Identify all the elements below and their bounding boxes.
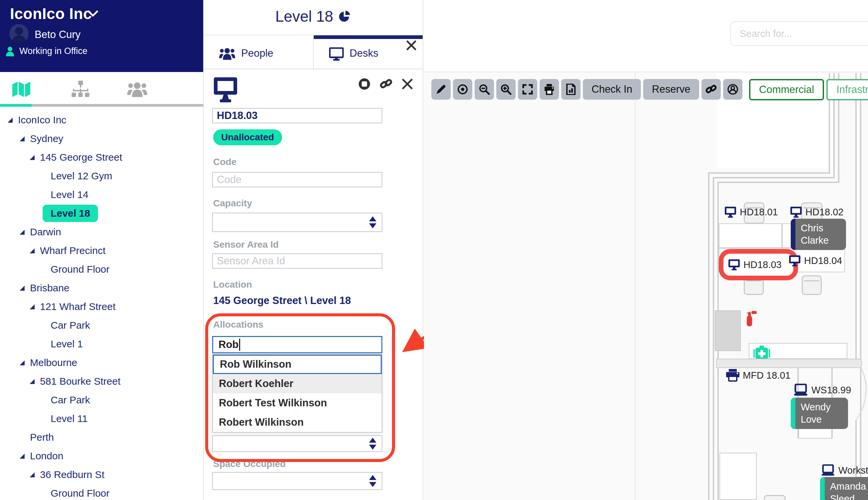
tree-item-darwin[interactable]: Darwin: [0, 223, 203, 241]
expand-caret-icon[interactable]: [29, 304, 35, 310]
tree-item-perth[interactable]: Perth: [0, 428, 203, 447]
tree-item-brisbane[interactable]: Brisbane: [0, 279, 203, 297]
asset-ws18-99[interactable]: WS18.99: [794, 384, 851, 396]
monitor-icon: [789, 255, 801, 266]
floorplan-canvas[interactable]: HD18.01 HD18.02 Chris Clarke HD18.03 HD1…: [424, 73, 868, 500]
expand-caret-icon[interactable]: [19, 360, 25, 366]
tree-item-581-bourke-street[interactable]: 581 Bourke Street: [0, 372, 203, 391]
desk-hd18-01[interactable]: HD18.01: [725, 206, 778, 218]
asset-mfd-18-01[interactable]: MFD 18.01: [726, 369, 790, 382]
monitor-icon: [728, 259, 740, 270]
panel-title: Level 18: [204, 7, 423, 25]
expand-caret-icon[interactable]: [29, 379, 35, 384]
dropdown-option-robert-koehler[interactable]: Robert Koehler: [213, 374, 382, 393]
close-desk-icon[interactable]: [401, 78, 413, 90]
asset-workstation[interactable]: Workstati: [821, 464, 868, 476]
pie-chart-icon[interactable]: [338, 10, 351, 23]
allocation-capacity-stepper[interactable]: [212, 435, 383, 452]
floorplan-region: HD18.01 HD18.02 Chris Clarke HD18.03 HD1…: [424, 0, 868, 500]
desk-hd18-02[interactable]: HD18.02: [790, 206, 843, 218]
org-chart-icon: [71, 81, 90, 98]
tree-item-level-12-gym[interactable]: Level 12 Gym: [0, 167, 203, 185]
search-input[interactable]: [730, 21, 868, 46]
desk-monitor-icon: [213, 77, 238, 103]
tab-people-directory[interactable]: [127, 79, 147, 99]
expand-caret-icon[interactable]: [19, 453, 25, 459]
expand-caret-icon[interactable]: [29, 155, 35, 160]
tree-item-sydney[interactable]: Sydney: [0, 129, 203, 148]
space-occupied-label: Space Occupied: [213, 459, 286, 469]
space-occupied-stepper[interactable]: [212, 472, 383, 490]
desk-hd18-03-selected[interactable]: HD18.03: [719, 249, 798, 280]
category-infrastructure-button[interactable]: Infrastructure Planning: [826, 79, 868, 100]
tree-item-ground-floor-darwin[interactable]: Ground Floor: [0, 260, 203, 279]
tree-item-iconico-inc[interactable]: IconIco Inc: [0, 111, 203, 129]
close-panel-icon[interactable]: [406, 39, 417, 51]
sensor-area-input[interactable]: [212, 253, 383, 269]
print-button[interactable]: [540, 79, 559, 100]
link-icon[interactable]: [379, 77, 393, 91]
location-label: Location: [213, 279, 252, 290]
tree-item-car-park-melbourne[interactable]: Car Park: [0, 391, 203, 409]
stepper-arrows-icon[interactable]: [369, 438, 376, 450]
expand-caret-icon[interactable]: [29, 472, 35, 478]
stepper-arrows-icon[interactable]: [369, 475, 376, 487]
dropdown-option-robert-test-wilkinson[interactable]: Robert Test Wilkinson: [213, 393, 382, 413]
tree-item-level-14[interactable]: Level 14: [0, 185, 203, 204]
category-commercial-button[interactable]: Commercial: [749, 79, 824, 100]
expand-caret-icon[interactable]: [19, 136, 25, 142]
tab-map[interactable]: [11, 79, 31, 99]
tree-item-145-george-street[interactable]: 145 George Street: [0, 148, 203, 167]
tab-people[interactable]: People: [204, 35, 314, 69]
expand-caret-icon[interactable]: [19, 229, 25, 235]
tree-item-wharf-precinct[interactable]: Wharf Precinct: [0, 241, 203, 260]
tree-item-level-11[interactable]: Level 11: [0, 409, 203, 428]
tree-item-level-1[interactable]: Level 1: [0, 335, 203, 353]
fullscreen-button[interactable]: [518, 79, 537, 100]
capacity-stepper[interactable]: [212, 213, 383, 232]
dropdown-option-robert-wilkinson[interactable]: Robert Wilkinson: [213, 413, 382, 432]
people-icon: [127, 82, 147, 97]
expand-caret-icon[interactable]: [7, 117, 13, 123]
first-aid-kit-icon: [753, 346, 770, 360]
chair-icon: [802, 275, 822, 295]
chair-icon: [764, 495, 786, 500]
chevron-down-icon[interactable]: [87, 9, 98, 17]
tree-item-melbourne[interactable]: Melbourne: [0, 353, 203, 372]
desk-cell[interactable]: [719, 223, 782, 248]
edit-pencil-button[interactable]: [431, 79, 451, 100]
tree-item-level-18[interactable]: Level 18: [0, 204, 203, 223]
desk-name-input[interactable]: [212, 108, 383, 123]
tree-item-london[interactable]: London: [0, 447, 203, 465]
zoom-out-button[interactable]: [474, 79, 494, 100]
dropdown-option-rob-wilkinson[interactable]: Rob Wilkinson: [213, 355, 382, 374]
location-tree: IconIco Inc Sydney 145 George Street Lev…: [0, 111, 203, 500]
stepper-arrows-icon[interactable]: [369, 216, 376, 228]
expand-caret-icon[interactable]: [29, 248, 35, 254]
tree-item-car-park-brisbane[interactable]: Car Park: [0, 316, 203, 335]
org-name[interactable]: IconIco Inc: [10, 5, 92, 23]
target-button[interactable]: [453, 79, 472, 100]
export-document-button[interactable]: [561, 79, 580, 100]
zoom-in-button[interactable]: [496, 79, 516, 100]
sidebar-icon-tabs: [0, 72, 203, 107]
code-input[interactable]: [212, 172, 383, 188]
check-in-button[interactable]: Check In: [583, 79, 641, 100]
avatar[interactable]: [9, 24, 28, 43]
tree-item-ground-floor-london[interactable]: Ground Floor: [0, 484, 203, 500]
tab-desks[interactable]: Desks: [314, 35, 423, 69]
copy-link-button[interactable]: [702, 79, 721, 100]
fullscreen-icon: [522, 84, 533, 95]
occupant-tooltip-chris-clarke: Chris Clarke: [791, 219, 846, 250]
profile-button[interactable]: [723, 79, 742, 100]
tree-item-36-redburn-st[interactable]: 36 Redburn St: [0, 465, 203, 484]
desk-table: [719, 453, 757, 500]
desk-hd18-04[interactable]: HD18.04: [789, 255, 842, 266]
work-status[interactable]: Working in Office: [5, 46, 87, 56]
shape-status-icon[interactable]: [358, 78, 371, 90]
tab-org-chart[interactable]: [71, 79, 91, 99]
tree-item-121-wharf-street[interactable]: 121 Wharf Street: [0, 297, 203, 316]
expand-caret-icon[interactable]: [19, 285, 25, 291]
reserve-button[interactable]: Reserve: [643, 79, 699, 100]
allocations-search-input[interactable]: Rob: [212, 336, 383, 353]
